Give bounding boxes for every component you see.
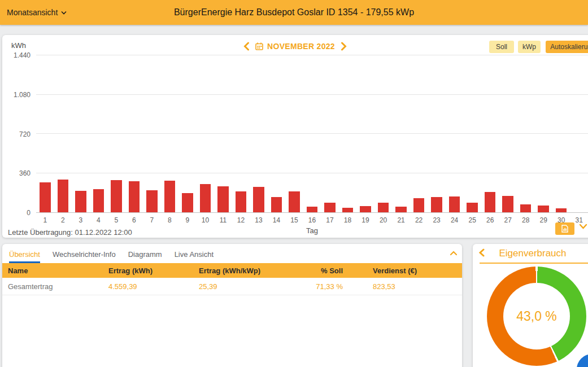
kwp-toggle-button[interactable]: kWp	[518, 41, 541, 53]
bar-day-11[interactable]	[217, 186, 229, 212]
bar-slot	[54, 55, 72, 212]
bar-day-14[interactable]	[271, 197, 282, 212]
bar-day-5[interactable]	[111, 180, 122, 212]
column-header: % Soll	[272, 266, 343, 275]
x-tick-label: 25	[463, 216, 481, 224]
table-cell: Gesamtertrag	[8, 282, 108, 291]
bar-day-26[interactable]	[485, 192, 496, 212]
table-header-row: NameErtrag (kWh)Ertrag (kWh/kWp)% SollVe…	[2, 263, 462, 278]
bar-day-13[interactable]	[253, 187, 264, 212]
x-tick-label: 11	[214, 216, 232, 224]
bar-day-23[interactable]	[431, 197, 442, 212]
view-selector-dropdown[interactable]: Monatsansicht	[7, 8, 67, 17]
bar-day-16[interactable]	[307, 207, 318, 212]
bar-day-19[interactable]	[360, 206, 371, 212]
back-chevron-button[interactable]	[478, 248, 485, 257]
bar-day-24[interactable]	[449, 196, 460, 212]
x-tick-label: 5	[107, 216, 125, 224]
bar-day-4[interactable]	[93, 189, 104, 212]
y-tick-label: 0	[2, 209, 31, 217]
y-tick-label: 720	[2, 130, 31, 138]
last-transmission-text: Letzte Übertragung: 01.12.2022 12:00	[8, 228, 132, 237]
y-tick-label: 1.080	[2, 91, 31, 99]
x-tick-label: 17	[321, 216, 339, 224]
chart-panel: kWh NOVEMBER 2022 So	[2, 35, 588, 238]
bar-slot	[428, 55, 446, 212]
bar-day-7[interactable]	[146, 190, 158, 212]
panel-collapse-chevron[interactable]	[450, 251, 458, 256]
bar-day-6[interactable]	[129, 181, 140, 212]
table-cell: 71,33 %	[272, 282, 343, 291]
bar-day-22[interactable]	[413, 198, 425, 212]
x-tick-label: 12	[232, 216, 250, 224]
bar-day-29[interactable]	[538, 206, 549, 212]
x-tick-label: 13	[250, 216, 268, 224]
bar-day-18[interactable]	[342, 208, 354, 212]
x-tick-label: 4	[90, 216, 108, 224]
tabs: ÜbersichtWechselrichter-InfoDiagrammLive…	[2, 244, 462, 263]
bar-day-15[interactable]	[289, 191, 300, 212]
chart-collapse-chevron[interactable]	[579, 224, 587, 229]
gridline	[36, 94, 588, 95]
bar-day-25[interactable]	[467, 203, 478, 212]
bar-day-3[interactable]	[75, 191, 86, 212]
bar-day-27[interactable]	[502, 196, 513, 212]
month-label: NOVEMBER 2022	[267, 42, 335, 51]
x-tick-label: 23	[428, 216, 446, 224]
x-tick-label: 8	[161, 216, 179, 224]
x-tick-label: 29	[534, 216, 552, 224]
autoscale-toggle-button[interactable]: Autoskalierung	[546, 41, 588, 53]
bar-slot	[268, 55, 286, 212]
export-button[interactable]	[555, 222, 574, 235]
x-tick-label: 21	[392, 216, 410, 224]
bar-slot	[517, 55, 535, 212]
bar-slot	[125, 55, 143, 212]
x-tick-label: 28	[517, 216, 535, 224]
table-cell: 4.559,39	[108, 282, 199, 291]
table-cell: 823,53	[343, 282, 456, 291]
tab-wechselrichter-info[interactable]: Wechselrichter-Info	[53, 250, 116, 263]
bar-slot	[356, 55, 374, 212]
y-tick-label: 1.440	[2, 51, 31, 59]
tab-live-ansicht[interactable]: Live Ansicht	[175, 250, 214, 263]
x-tick-label: 19	[356, 216, 374, 224]
tab-übersicht[interactable]: Übersicht	[9, 250, 40, 263]
donut-center-label: 43,0 %	[487, 266, 586, 366]
bar-day-28[interactable]	[520, 204, 532, 212]
bar-day-21[interactable]	[395, 207, 407, 212]
bar-day-9[interactable]	[182, 193, 193, 212]
prev-month-button[interactable]	[243, 42, 250, 51]
bar-day-8[interactable]	[164, 181, 176, 212]
next-month-button[interactable]	[341, 42, 347, 51]
eigenverbrauch-title: Eigenverbrauch	[473, 248, 588, 259]
bar-day-1[interactable]	[40, 182, 51, 212]
x-tick-label: 15	[285, 216, 303, 224]
bar-slot	[72, 55, 90, 212]
bar-slot	[36, 55, 54, 212]
page-title: BürgerEnergie Harz Busdepot Goslar ID 13…	[0, 7, 588, 18]
bar-slot	[570, 55, 588, 212]
bar-day-20[interactable]	[378, 203, 389, 212]
bar-day-30[interactable]	[556, 208, 567, 212]
bar-day-10[interactable]	[200, 184, 211, 212]
bar-day-17[interactable]	[324, 203, 336, 212]
bar-slot	[161, 55, 179, 212]
calendar-icon	[255, 42, 263, 50]
x-tick-label: 27	[499, 216, 517, 224]
x-tick-label: 2	[54, 216, 72, 224]
soll-toggle-button[interactable]: Soll	[489, 41, 514, 53]
x-tick-label: 7	[143, 216, 161, 224]
bar-slot	[339, 55, 357, 212]
bar-slot	[374, 55, 393, 212]
tab-diagramm[interactable]: Diagramm	[128, 250, 162, 263]
bar-slot	[552, 55, 570, 212]
x-tick-label: 22	[410, 216, 428, 224]
column-header: Verdienst (€)	[343, 266, 456, 275]
bar-day-12[interactable]	[236, 191, 247, 212]
bar-slot	[481, 55, 499, 212]
y-tick-label: 360	[2, 169, 31, 177]
bar-day-2[interactable]	[58, 180, 69, 212]
bar-slot	[143, 55, 161, 212]
x-tick-label: 1	[36, 216, 54, 224]
x-tick-label: 24	[446, 216, 464, 224]
